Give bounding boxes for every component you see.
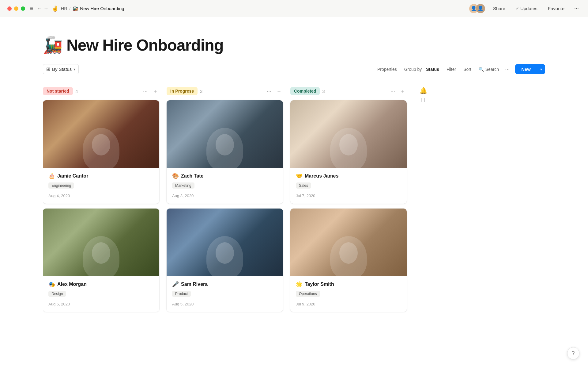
column-header-hidden: 🔔 H bbox=[414, 87, 432, 104]
new-button-group: New ▾ bbox=[515, 64, 545, 74]
back-button[interactable]: ← bbox=[37, 6, 42, 11]
view-selector[interactable]: ⊞ By Status ▾ bbox=[43, 64, 79, 74]
avatar-2: 👤 bbox=[476, 4, 485, 13]
column-not-started: Not started 4 ··· ＋ 🎂 Jamie Cantor En bbox=[43, 87, 159, 317]
check-icon: ✓ bbox=[516, 6, 519, 11]
photo-face bbox=[43, 100, 159, 168]
help-button[interactable]: ? bbox=[567, 347, 579, 359]
favorite-button[interactable]: Favorite bbox=[545, 5, 567, 12]
hidden-icon: 🔔 bbox=[420, 87, 427, 94]
column-actions-not-started: ··· ＋ bbox=[142, 87, 159, 95]
favorite-label: Favorite bbox=[548, 6, 564, 11]
view-label: By Status bbox=[52, 67, 72, 72]
updates-button[interactable]: ✓ Updates bbox=[513, 5, 540, 12]
properties-label: Properties bbox=[377, 67, 397, 72]
card-zach-tate[interactable]: 🎨 Zach Tate Marketing Aug 3, 2020 bbox=[167, 100, 283, 204]
card-title-sam: Sam Rivera bbox=[181, 282, 208, 287]
page-title: New Hire Onboarding bbox=[66, 36, 224, 54]
fullscreen-button[interactable] bbox=[21, 6, 25, 11]
card-name-taylor: 🌟 Taylor Smith bbox=[296, 281, 401, 288]
card-body-sam: 🎤 Sam Rivera Product Aug 5, 2020 bbox=[167, 276, 283, 312]
column-actions-in-progress: ··· ＋ bbox=[266, 87, 283, 95]
card-jamie-cantor[interactable]: 🎂 Jamie Cantor Engineering Aug 4, 2020 bbox=[43, 100, 159, 204]
nav-arrows: ← → bbox=[37, 6, 49, 11]
column-add-not-started[interactable]: ＋ bbox=[151, 87, 159, 95]
card-sam-rivera[interactable]: 🎤 Sam Rivera Product Aug 5, 2020 bbox=[167, 209, 283, 312]
card-date-jamie: Aug 4, 2020 bbox=[48, 194, 154, 198]
breadcrumb: HR / 🚂 New Hire Onboarding bbox=[61, 6, 124, 11]
column-add-completed[interactable]: ＋ bbox=[399, 87, 407, 95]
breadcrumb-separator: / bbox=[69, 6, 70, 11]
search-label: Search bbox=[485, 67, 499, 72]
card-date-alex: Aug 6, 2020 bbox=[48, 302, 154, 306]
card-emoji-sam: 🎤 bbox=[172, 281, 179, 288]
card-body-alex: 🎭 Alex Morgan Design Aug 6, 2020 bbox=[43, 276, 159, 312]
search-button[interactable]: 🔍 Search bbox=[475, 65, 503, 74]
kanban-board: Not started 4 ··· ＋ 🎂 Jamie Cantor En bbox=[43, 87, 545, 317]
new-button[interactable]: New bbox=[515, 64, 537, 74]
column-count-not-started: 4 bbox=[75, 89, 78, 94]
column-more-not-started[interactable]: ··· bbox=[142, 87, 149, 95]
card-marcus-james[interactable]: 🤝 Marcus James Sales Jul 7, 2020 bbox=[290, 100, 407, 204]
filter-button[interactable]: Filter bbox=[443, 65, 460, 74]
status-badge-completed: Completed bbox=[290, 87, 320, 95]
user-avatars: 👤 👤 bbox=[469, 4, 485, 13]
card-image-zach bbox=[167, 100, 283, 168]
more-options-button[interactable]: ··· bbox=[572, 4, 581, 13]
column-hidden: 🔔 H bbox=[414, 87, 432, 317]
card-body-jamie: 🎂 Jamie Cantor Engineering Aug 4, 2020 bbox=[43, 168, 159, 204]
minimize-button[interactable] bbox=[14, 6, 18, 11]
card-body-taylor: 🌟 Taylor Smith Operations Jul 9, 2020 bbox=[290, 276, 407, 312]
breadcrumb-current: 🚂 New Hire Onboarding bbox=[72, 6, 124, 11]
column-actions-completed: ··· ＋ bbox=[389, 87, 407, 95]
card-title-zach: Zach Tate bbox=[181, 173, 204, 179]
card-tag-alex: Design bbox=[48, 291, 66, 297]
share-button[interactable]: Share bbox=[491, 5, 508, 12]
group-by-value: Status bbox=[426, 67, 439, 72]
status-badge-not-started: Not started bbox=[43, 87, 73, 95]
card-body-zach: 🎨 Zach Tate Marketing Aug 3, 2020 bbox=[167, 168, 283, 204]
card-taylor-smith[interactable]: 🌟 Taylor Smith Operations Jul 9, 2020 bbox=[290, 209, 407, 312]
page-title-row: 🚂 New Hire Onboarding bbox=[43, 36, 545, 54]
card-body-marcus: 🤝 Marcus James Sales Jul 7, 2020 bbox=[290, 168, 407, 204]
card-title-alex: Alex Morgan bbox=[57, 282, 87, 287]
traffic-lights bbox=[7, 6, 25, 11]
card-alex-morgan[interactable]: 🎭 Alex Morgan Design Aug 6, 2020 bbox=[43, 209, 159, 312]
card-emoji-alex: 🎭 bbox=[48, 281, 55, 288]
card-emoji-jamie: 🎂 bbox=[48, 173, 55, 179]
column-count-in-progress: 3 bbox=[200, 89, 202, 94]
card-date-marcus: Jul 7, 2020 bbox=[296, 194, 401, 198]
column-count-completed: 3 bbox=[322, 89, 325, 94]
card-name-jamie: 🎂 Jamie Cantor bbox=[48, 173, 154, 179]
search-icon: 🔍 bbox=[479, 67, 484, 72]
column-add-in-progress[interactable]: ＋ bbox=[275, 87, 283, 95]
close-button[interactable] bbox=[7, 6, 12, 11]
properties-button[interactable]: Properties bbox=[374, 65, 401, 74]
help-label: ? bbox=[572, 351, 575, 356]
card-title-taylor: Taylor Smith bbox=[305, 282, 334, 287]
new-button-dropdown[interactable]: ▾ bbox=[537, 64, 545, 74]
forward-button[interactable]: → bbox=[44, 6, 49, 11]
breadcrumb-parent[interactable]: HR bbox=[61, 6, 68, 11]
breadcrumb-title: New Hire Onboarding bbox=[80, 6, 124, 11]
column-more-in-progress[interactable]: ··· bbox=[266, 87, 273, 95]
card-name-marcus: 🤝 Marcus James bbox=[296, 173, 401, 179]
sort-button[interactable]: Sort bbox=[460, 65, 475, 74]
card-title-jamie: Jamie Cantor bbox=[57, 173, 88, 179]
toolbar-more-button[interactable]: ··· bbox=[503, 64, 512, 74]
wave-emoji: ✌️ bbox=[52, 5, 58, 12]
sidebar-toggle-icon[interactable]: ≡ bbox=[30, 5, 33, 12]
column-completed: Completed 3 ··· ＋ 🤝 Marcus James Sale bbox=[290, 87, 407, 317]
page-content: 🚂 New Hire Onboarding ⊞ By Status ▾ Prop… bbox=[0, 17, 588, 329]
photo-face-zach bbox=[167, 100, 283, 168]
card-date-taylor: Jul 9, 2020 bbox=[296, 302, 401, 306]
sort-label: Sort bbox=[463, 67, 471, 72]
breadcrumb-emoji: 🚂 bbox=[72, 6, 78, 11]
titlebar: ≡ ← → ✌️ HR / 🚂 New Hire Onboarding 👤 👤 … bbox=[0, 0, 588, 17]
card-name-sam: 🎤 Sam Rivera bbox=[172, 281, 277, 288]
column-more-completed[interactable]: ··· bbox=[389, 87, 396, 95]
photo-face-sam bbox=[167, 209, 283, 276]
page-title-emoji: 🚂 bbox=[43, 36, 63, 54]
titlebar-right: 👤 👤 Share ✓ Updates Favorite ··· bbox=[469, 4, 581, 13]
group-by-button[interactable]: Group by Status bbox=[401, 65, 443, 74]
